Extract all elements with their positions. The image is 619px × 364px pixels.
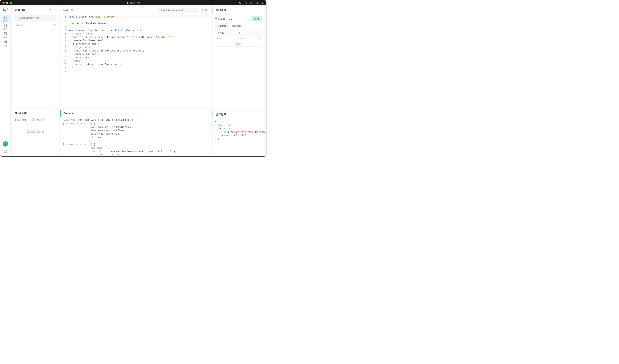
kv-val-placeholder[interactable]: value <box>236 36 257 41</box>
code-editor[interactable]: 1234567891011121314151617 import cloud f… <box>60 14 211 108</box>
minimize-window-icon[interactable] <box>6 2 8 4</box>
method-value: GET <box>229 17 234 20</box>
npm-panel: NPM 依赖 自定义依赖 内置依赖25 暂无自定义依赖 <box>12 110 59 155</box>
tab-headers[interactable]: Headers <box>229 23 244 28</box>
console-body: RequestID: 24519bf8-7ace-4c50-9d4c-ff5bc… <box>60 117 211 155</box>
rail-item-fx[interactable]: 函数 <box>1 15 10 23</box>
lock-icon[interactable] <box>250 1 253 4</box>
settings-gear-icon[interactable] <box>3 150 7 154</box>
titlebar: 🐧 laf 云开发 <box>0 0 266 5</box>
svg-point-3 <box>4 24 7 25</box>
console-title: Console <box>63 112 74 115</box>
editor-panel: test https://r5iall.laf.dev/test 发布 1234… <box>60 7 211 108</box>
method-select[interactable]: GET <box>227 16 250 21</box>
search-icon <box>16 16 18 19</box>
tab-builtin-deps[interactable]: 内置依赖25 <box>30 117 45 123</box>
function-list-title: 函数列表 <box>15 9 25 12</box>
add-dependency-icon[interactable] <box>52 111 56 116</box>
editor-file-title: test <box>63 9 68 12</box>
rail-item-db[interactable]: 集合 <box>1 23 10 31</box>
settings-toggle-icon[interactable] <box>239 1 242 4</box>
kv-delete-icon[interactable]: ✕ <box>257 36 262 41</box>
result-body: { "ok": true, "data": { "_id": "640ae47c… <box>212 118 265 155</box>
publish-button[interactable]: 发布 <box>201 8 209 13</box>
svg-rect-4 <box>4 32 7 35</box>
avatar[interactable]: Y· <box>3 141 8 147</box>
refresh-icon[interactable] <box>48 8 52 13</box>
tab-params[interactable]: Params <box>215 23 229 28</box>
copy-name-icon[interactable] <box>70 8 74 13</box>
console-panel: Console RequestID: 24519bf8-7ace-4c50-9d… <box>60 110 211 155</box>
params-table: 参数名 值 key value ✕ 添加 <box>215 30 262 47</box>
run-button[interactable]: 运行 <box>251 16 262 21</box>
chevron-down-icon <box>245 17 247 20</box>
function-list-panel: 函数列表 TStest⋮ <box>12 7 59 108</box>
svg-point-0 <box>239 2 240 3</box>
logo: laf <box>3 7 8 12</box>
maximize-window-icon[interactable] <box>10 2 12 4</box>
window-title: laf 云开发 <box>130 1 140 4</box>
close-window-icon[interactable] <box>2 2 5 4</box>
svg-point-6 <box>5 151 6 152</box>
result-title: 运行结果 <box>216 113 226 116</box>
extension-icon[interactable] <box>255 1 258 4</box>
add-param-button[interactable]: 添加 <box>215 41 262 46</box>
svg-rect-2 <box>251 3 252 4</box>
nav-rail: laf 函数集合存储日志 Y· <box>0 5 11 156</box>
function-url[interactable]: https://r5iall.laf.dev/test <box>158 8 199 13</box>
svg-rect-8 <box>71 10 72 11</box>
menu-icon[interactable] <box>261 1 264 4</box>
rail-item-storage[interactable]: 存储 <box>1 31 10 39</box>
svg-point-1 <box>240 3 241 3</box>
tab-custom-deps[interactable]: 自定义依赖 <box>14 117 27 123</box>
search-field[interactable] <box>20 16 55 19</box>
search-input[interactable] <box>14 15 56 21</box>
result-panel: 运行结果 { "ok": true, "data": { "_id": "640… <box>212 111 265 155</box>
svg-point-7 <box>16 17 18 18</box>
kv-key-placeholder[interactable]: key <box>215 36 236 41</box>
app-icon: 🐧 <box>127 1 129 4</box>
api-debug-panel: 接口调试 请求方法 GET 运行 Params Headers <box>212 7 265 110</box>
npm-title: NPM 依赖 <box>15 112 27 115</box>
shield-icon[interactable] <box>244 1 247 4</box>
add-function-icon[interactable] <box>52 8 56 13</box>
kv-key-header: 参数名 <box>215 30 236 36</box>
function-more-icon[interactable]: ⋮ <box>53 24 56 27</box>
api-debug-title: 接口调试 <box>216 9 226 12</box>
function-item[interactable]: TStest⋮ <box>12 22 59 28</box>
kv-val-header: 值 <box>236 30 257 36</box>
rail-item-log[interactable]: 日志 <box>1 39 10 48</box>
deps-empty-text: 暂无自定义依赖 <box>12 123 59 141</box>
method-label: 请求方法 <box>215 17 225 20</box>
